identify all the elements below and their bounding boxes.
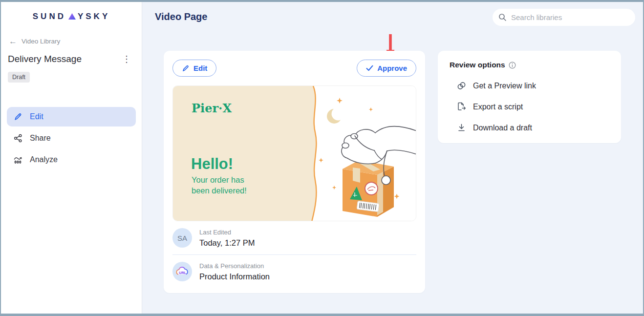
analyze-chart-icon [14, 155, 22, 164]
meta-label: Data & Personalization [199, 262, 270, 270]
sidebar-nav: Edit Share Analyze [1, 107, 142, 169]
pencil-icon [14, 112, 22, 121]
sidebar-item-label: Share [30, 134, 51, 143]
option-label: Get a Preview link [473, 82, 536, 90]
approve-button-label: Approve [377, 64, 407, 72]
search-icon [498, 13, 507, 21]
kebab-menu-icon[interactable]: ⋮ [119, 54, 134, 64]
get-preview-link-option[interactable]: Get a Preview link [450, 81, 609, 90]
app-window: SUND YSKY ← Video Library Delivery Messa… [0, 0, 644, 316]
video-thumbnail[interactable]: Pier·X Hello! Your order has been delive… [172, 85, 416, 221]
approve-button[interactable]: Approve [357, 60, 416, 77]
video-card: Edit Approve [164, 51, 425, 293]
meta-value: Product Information [199, 272, 270, 281]
sidebar-item-share[interactable]: Share [7, 128, 136, 148]
brand-logo-text: Pier·X [192, 101, 232, 115]
logo-text-pre: SUND [33, 12, 66, 21]
sidebar: SUND YSKY ← Video Library Delivery Messa… [1, 2, 142, 314]
avatar-initials: SA [177, 234, 187, 242]
thumb-subline2: been delivered! [192, 186, 247, 195]
status-badge: Draft [8, 72, 30, 83]
sundaysky-logo: SUND YSKY [1, 2, 142, 21]
sidebar-item-label: Edit [30, 112, 43, 121]
info-icon[interactable] [509, 62, 516, 69]
link-icon [457, 81, 466, 90]
back-to-video-library[interactable]: ← Video Library [9, 37, 142, 45]
share-nodes-icon [14, 134, 22, 143]
meta-value: Today, 1:27 PM [199, 238, 255, 248]
url-cloud-icon: URL [172, 262, 192, 281]
package-box [343, 160, 394, 217]
sidebar-item-analyze[interactable]: Analyze [7, 150, 136, 169]
thumb-subline1: Your order has [192, 175, 244, 184]
option-label: Download a draft [473, 124, 532, 132]
back-label[interactable]: Video Library [21, 38, 60, 45]
avatar: SA [172, 228, 192, 248]
search-bar[interactable] [493, 9, 635, 26]
thumb-headline: Hello! [191, 155, 233, 172]
project-title: Delivery Message [8, 54, 82, 64]
data-personalization-row: URL Data & Personalization Product Infor… [172, 255, 416, 288]
export-script-option[interactable]: Export a script [450, 102, 609, 111]
logo-text-post: YSKY [78, 12, 110, 21]
main-area: Video Page Edit [142, 2, 643, 314]
download-icon [457, 123, 466, 132]
review-options-title: Review options [450, 61, 505, 69]
last-edited-row: SA Last Edited Today, 1:27 PM [172, 221, 416, 254]
export-icon [457, 102, 466, 111]
search-input[interactable] [511, 13, 629, 21]
sidebar-item-label: Analyze [30, 155, 58, 164]
edit-button[interactable]: Edit [172, 60, 216, 77]
check-icon [366, 65, 373, 71]
url-label: URL [179, 271, 187, 275]
page-title: Video Page [155, 11, 207, 22]
option-label: Export a script [473, 103, 523, 111]
download-draft-option[interactable]: Download a draft [450, 123, 609, 132]
edit-button-label: Edit [193, 64, 207, 72]
pencil-icon [182, 64, 190, 72]
logo-triangle-icon [68, 13, 76, 20]
back-arrow-icon[interactable]: ← [9, 37, 17, 45]
meta-label: Last Edited [199, 229, 255, 236]
review-options-panel: Review options Get a Preview link [438, 51, 621, 143]
sidebar-item-edit[interactable]: Edit [7, 107, 136, 126]
delivery-illustration: Pier·X Hello! Your order has been delive… [173, 86, 416, 221]
